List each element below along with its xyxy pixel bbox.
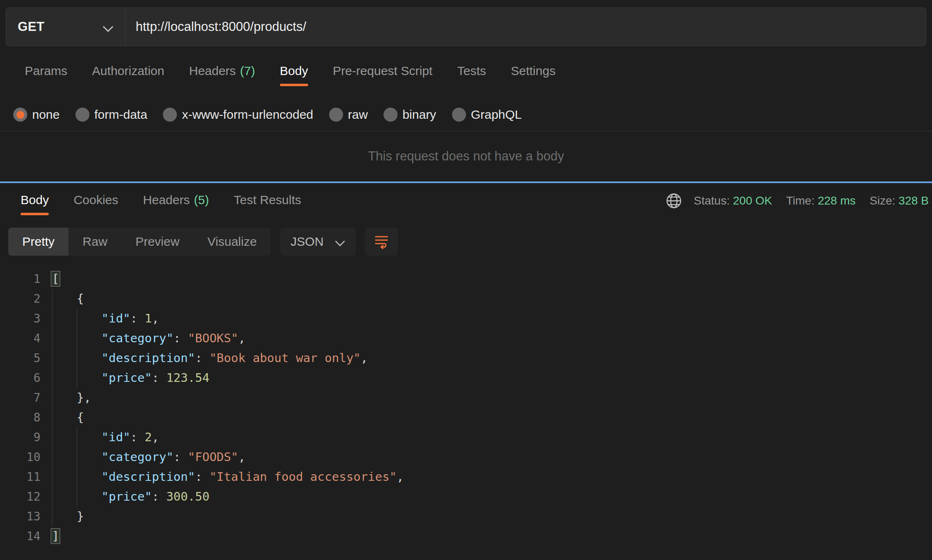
pane-split-handle[interactable] xyxy=(0,181,932,183)
radio-unselected-icon xyxy=(163,108,177,122)
radio-label: form-data xyxy=(94,108,147,122)
response-tab-cookies[interactable]: Cookies xyxy=(61,187,130,213)
code-text: { xyxy=(49,292,84,306)
response-format-label: JSON xyxy=(291,235,324,249)
code-line: 2{ xyxy=(0,289,932,308)
line-number: 11 xyxy=(0,470,49,484)
code-text: "price": 300.50 xyxy=(49,489,209,504)
token: "price" xyxy=(101,489,152,504)
code-line: 12"price": 300.50 xyxy=(0,487,932,506)
response-status-meta: Status: 200 OK Time: 228 ms Size: 328 B xyxy=(665,192,932,210)
tab-tests[interactable]: Tests xyxy=(445,58,499,84)
code-content: "price": 123.54 xyxy=(49,368,932,388)
radio-label: none xyxy=(32,108,60,122)
code-content: "category": "BOOKS", xyxy=(49,328,932,348)
status-value: 200 OK xyxy=(733,194,772,207)
http-method-dropdown[interactable]: GET xyxy=(6,8,126,46)
empty-body-message-area: This request does not have a body xyxy=(0,131,932,181)
view-mode-raw[interactable]: Raw xyxy=(68,228,121,256)
tab-label: Authorization xyxy=(92,64,164,78)
code-line: 9"id": 2, xyxy=(0,427,932,447)
code-text: "category": "FOODS", xyxy=(49,450,245,464)
code-line: 14] xyxy=(0,526,932,546)
chevron-down-icon xyxy=(335,237,345,247)
tab-settings[interactable]: Settings xyxy=(499,58,568,84)
code-content: "id": 1, xyxy=(49,308,932,328)
response-tab-test-results[interactable]: Test Results xyxy=(221,187,313,213)
tab-pre-request-script[interactable]: Pre-request Script xyxy=(320,58,445,84)
tab-headers[interactable]: Headers (7) xyxy=(177,58,267,84)
code-line: 6"price": 123.54 xyxy=(0,368,932,388)
code-text: } xyxy=(49,509,84,523)
line-number: 9 xyxy=(0,431,49,444)
code-line: 11"description": "Italian food accessori… xyxy=(0,467,932,487)
code-content: "description": "Book about war only", xyxy=(49,348,932,368)
chevron-down-icon xyxy=(103,21,114,32)
token: : xyxy=(174,331,188,345)
token: "description" xyxy=(101,351,195,365)
token: "category" xyxy=(101,450,174,464)
http-method-label: GET xyxy=(18,19,103,34)
line-number: 14 xyxy=(0,529,49,543)
code-text: "description": "Book about war only", xyxy=(49,351,368,365)
token: "Italian food accessories" xyxy=(209,470,397,484)
token: "category" xyxy=(101,331,174,345)
request-url-field[interactable] xyxy=(126,8,926,46)
response-body-code-viewer[interactable]: 1[2{3"id": 1,4"category": "BOOKS",5"desc… xyxy=(0,269,932,560)
view-mode-segmented-control: Pretty Raw Preview Visualize xyxy=(8,228,271,256)
body-type-graphql[interactable]: GraphQL xyxy=(452,108,522,122)
token: , xyxy=(361,351,368,365)
radio-label: raw xyxy=(348,108,368,122)
token: }, xyxy=(77,391,91,405)
response-format-dropdown[interactable]: JSON xyxy=(280,228,356,256)
globe-icon[interactable] xyxy=(665,192,683,210)
token: , xyxy=(397,470,404,484)
tab-label: Settings xyxy=(511,64,555,78)
response-headers-count-badge: (5) xyxy=(194,193,209,207)
body-type-form-data[interactable]: form-data xyxy=(75,108,147,122)
code-line: 10"category": "FOODS", xyxy=(0,447,932,467)
code-line: 1[ xyxy=(0,269,932,289)
word-wrap-button[interactable] xyxy=(365,228,398,256)
url-input[interactable] xyxy=(136,19,916,34)
view-mode-pretty[interactable]: Pretty xyxy=(8,228,68,256)
api-client-window: GET Params Authorization Headers (7) Bod… xyxy=(0,0,932,560)
line-number: 3 xyxy=(0,312,49,325)
code-line: 5"description": "Book about war only", xyxy=(0,348,932,368)
line-number: 2 xyxy=(0,292,49,306)
response-tab-body[interactable]: Body xyxy=(8,187,61,213)
tab-body[interactable]: Body xyxy=(268,58,320,84)
size-value: 328 B xyxy=(899,194,929,207)
response-tab-headers[interactable]: Headers (5) xyxy=(131,187,221,213)
code-content: "category": "FOODS", xyxy=(49,447,932,467)
tab-params[interactable]: Params xyxy=(12,58,80,84)
line-number: 7 xyxy=(0,391,49,405)
body-type-binary[interactable]: binary xyxy=(384,108,436,122)
token: "Book about war only" xyxy=(209,351,361,365)
code-content: [ xyxy=(49,269,932,289)
radio-unselected-icon xyxy=(329,108,343,122)
token: : xyxy=(195,470,209,484)
tab-label: Headers xyxy=(143,193,190,207)
tab-label: Body xyxy=(21,193,49,207)
code-content: } xyxy=(49,506,932,526)
status-label: Status: xyxy=(694,194,730,207)
code-text: ] xyxy=(49,529,59,543)
word-wrap-icon xyxy=(373,233,390,251)
body-type-none[interactable]: none xyxy=(13,108,60,122)
tab-authorization[interactable]: Authorization xyxy=(80,58,177,84)
token: : xyxy=(152,489,166,504)
code-text: "price": 123.54 xyxy=(49,371,209,385)
request-url-bar: GET xyxy=(6,7,926,46)
view-mode-visualize[interactable]: Visualize xyxy=(193,228,271,256)
token: { xyxy=(77,292,84,306)
body-type-raw[interactable]: raw xyxy=(329,108,368,122)
token: "BOOKS" xyxy=(188,331,238,345)
view-mode-preview[interactable]: Preview xyxy=(121,228,193,256)
code-content: ] xyxy=(49,526,932,546)
token: : xyxy=(195,351,209,365)
line-number: 10 xyxy=(0,450,49,464)
code-text: "id": 1, xyxy=(49,311,159,325)
body-type-x-www-form-urlencoded[interactable]: x-www-form-urlencoded xyxy=(163,108,313,122)
time-value: 228 ms xyxy=(818,194,856,207)
